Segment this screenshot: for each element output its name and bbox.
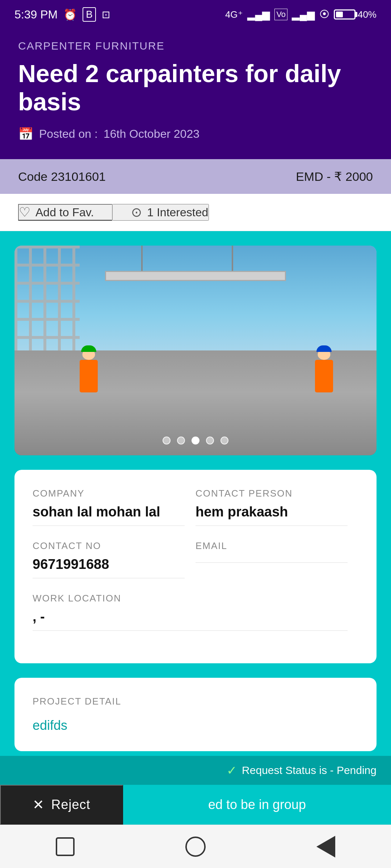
contact-no-label: CONTACT NO bbox=[33, 540, 185, 552]
job-title: Need 2 carpainters for daily basis bbox=[18, 59, 373, 116]
email-field: EMAIL bbox=[196, 540, 358, 593]
reject-button[interactable]: ✕ Reject bbox=[0, 785, 123, 825]
nav-bar bbox=[0, 825, 391, 868]
project-section: PROJECT DETAIL edifds bbox=[0, 678, 391, 766]
contact-person-label: CONTACT PERSON bbox=[196, 488, 348, 499]
b-icon: B bbox=[83, 7, 96, 22]
image-section bbox=[0, 231, 391, 470]
worker-left bbox=[80, 360, 98, 392]
wifi-icon: ⦿ bbox=[319, 9, 329, 20]
x-icon: ✕ bbox=[33, 797, 45, 813]
actions-bar: ♡ Add to Fav. ⊙ 1 Interested bbox=[0, 194, 391, 231]
time-display: 5:39 PM bbox=[14, 8, 58, 21]
reject-label: Reject bbox=[51, 797, 90, 812]
interested-button[interactable]: ⊙ 1 Interested bbox=[112, 204, 209, 221]
project-card: PROJECT DETAIL edifds bbox=[14, 678, 377, 751]
emd-amount: EMD - ₹ 2000 bbox=[296, 169, 373, 184]
square-icon bbox=[56, 837, 75, 856]
worker-right bbox=[315, 360, 333, 392]
contact-no-field: CONTACT NO 9671991688 bbox=[33, 540, 196, 593]
email-label: EMAIL bbox=[196, 540, 348, 552]
posted-date-value: 16th October 2023 bbox=[104, 127, 199, 141]
check-icon: ✓ bbox=[227, 763, 237, 778]
network-4g-icon: 4G⁺ bbox=[225, 9, 243, 20]
nav-back-button[interactable] bbox=[313, 834, 339, 859]
dot-2[interactable] bbox=[177, 437, 185, 444]
job-code: Code 23101601 bbox=[18, 170, 106, 184]
signal-bars2-icon: ▂▄▆ bbox=[292, 9, 315, 21]
notification-bar: ✓ Request Status is - Pending bbox=[0, 756, 391, 785]
group-text[interactable]: ed to be in group bbox=[123, 785, 391, 825]
project-detail-label: PROJECT DETAIL bbox=[33, 696, 358, 707]
info-grid: COMPANY sohan lal mohan lal CONTACT PERS… bbox=[33, 488, 358, 645]
volte-icon: Vo bbox=[274, 9, 287, 20]
request-status: Request Status is - Pending bbox=[242, 764, 377, 776]
heart-icon: ♡ bbox=[19, 205, 30, 220]
status-time: 5:39 PM ⏰ B ⊡ bbox=[14, 7, 110, 22]
dot-4[interactable] bbox=[206, 437, 214, 444]
triangle-back-icon bbox=[316, 836, 335, 858]
signal-bars-icon: ▂▄▆ bbox=[247, 9, 270, 21]
battery-level: 40% bbox=[358, 9, 377, 20]
nav-home-button[interactable] bbox=[183, 834, 208, 859]
job-header: CARPENTER FURNITURE Need 2 carpainters f… bbox=[0, 29, 391, 159]
status-indicators: 4G⁺ ▂▄▆ Vo ▂▄▆ ⦿ 40% bbox=[225, 9, 377, 21]
contact-person-value: hem prakaash bbox=[196, 504, 348, 526]
project-detail-content: edifds bbox=[33, 714, 358, 733]
calendar-icon: 📅 bbox=[18, 127, 33, 141]
company-label: COMPANY bbox=[33, 488, 185, 499]
email-value bbox=[196, 557, 348, 563]
code-bar: Code 23101601 EMD - ₹ 2000 bbox=[0, 159, 391, 194]
crane-beam bbox=[105, 271, 286, 281]
info-section: COMPANY sohan lal mohan lal CONTACT PERS… bbox=[0, 470, 391, 678]
group-text-label: ed to be in group bbox=[208, 797, 306, 812]
work-location-field: WORK LOCATION , - bbox=[33, 593, 358, 645]
fav-label: Add to Fav. bbox=[35, 206, 94, 219]
construction-image bbox=[14, 246, 377, 455]
company-value: sohan lal mohan lal bbox=[33, 504, 185, 526]
work-location-label: WORK LOCATION bbox=[33, 593, 348, 604]
dot-5[interactable] bbox=[220, 437, 228, 444]
company-field: COMPANY sohan lal mohan lal bbox=[33, 488, 196, 540]
posted-label: Posted on : bbox=[39, 127, 98, 141]
battery-icon: 40% bbox=[334, 9, 377, 20]
action-bar: ✕ Reject ed to be in group bbox=[0, 785, 391, 825]
nav-square-button[interactable] bbox=[52, 834, 78, 859]
alarm-icon: ⏰ bbox=[63, 8, 77, 21]
bottom-overlay: ✓ Request Status is - Pending ✕ Reject e… bbox=[0, 756, 391, 868]
add-to-fav-button[interactable]: ♡ Add to Fav. bbox=[18, 204, 112, 221]
image-dots bbox=[163, 437, 228, 444]
dot-3-active[interactable] bbox=[192, 437, 199, 444]
interested-label: 1 Interested bbox=[147, 206, 208, 219]
work-location-value: , - bbox=[33, 609, 348, 631]
job-category: CARPENTER FURNITURE bbox=[18, 40, 373, 52]
check-circle-icon: ⊙ bbox=[131, 205, 142, 220]
posted-date: 📅 Posted on : 16th October 2023 bbox=[18, 127, 373, 141]
circle-icon bbox=[185, 837, 206, 857]
status-bar: 5:39 PM ⏰ B ⊡ 4G⁺ ▂▄▆ Vo ▂▄▆ ⦿ 40% bbox=[0, 0, 391, 29]
contact-person-field: CONTACT PERSON hem prakaash bbox=[196, 488, 358, 540]
message-icon: ⊡ bbox=[102, 9, 110, 21]
contact-no-value: 9671991688 bbox=[33, 557, 185, 578]
info-card: COMPANY sohan lal mohan lal CONTACT PERS… bbox=[14, 470, 377, 663]
dot-1[interactable] bbox=[163, 437, 171, 444]
